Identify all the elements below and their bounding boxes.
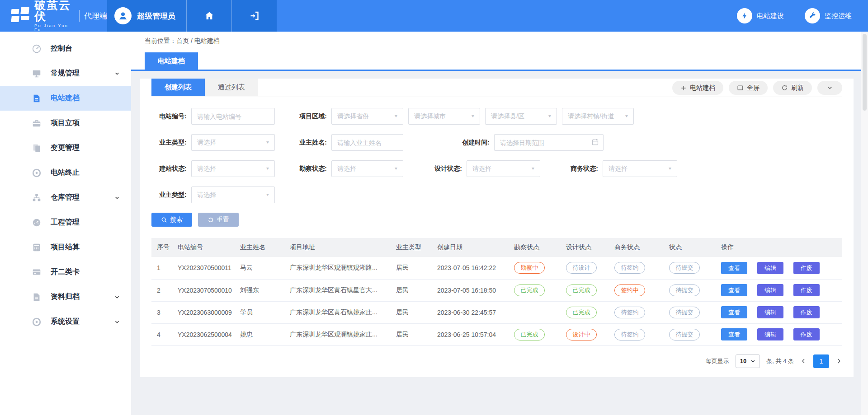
chevron-right-icon [835,358,842,364]
void-button[interactable]: 作废 [793,262,820,274]
prev-page-button[interactable] [800,358,807,364]
create-station-button[interactable]: 电站建档 [672,81,723,95]
city-select[interactable]: 请选择城市▼ [408,108,480,125]
panel-actions: 电站建档 全屏 刷新 [672,79,842,95]
home-icon [204,10,215,21]
sidebar-item-station-termination[interactable]: 电站终止 [0,160,131,185]
sidebar-item-label: 开二类卡 [51,267,80,277]
col-header: 创建日期 [432,238,509,257]
survey-status-select[interactable]: 请选择▼ [331,160,403,177]
chevron-down-icon [114,294,120,300]
sidebar-item-station-archive[interactable]: 电站建档 [0,86,131,111]
sidebar-item-change-mgmt[interactable]: 变更管理 [0,135,131,160]
col-header: 商务状态 [609,238,664,257]
breadcrumb-text: 当前位置：首页 / 电站建档 [145,37,220,45]
business-status-select[interactable]: 请选择▼ [603,160,677,177]
nav-monitor-ops[interactable]: 监控运维 [805,8,852,23]
logo-subtitle: Po Jian Yun Fu [34,24,74,32]
tab-passed-list[interactable]: 通过列表 [205,79,258,96]
sitemap-icon [32,193,42,203]
survey-status-empty [509,301,561,323]
search-button[interactable]: 搜索 [151,213,192,227]
nav-label: 电站建设 [757,12,784,20]
fullscreen-icon [737,84,744,91]
owner-name-label: 业主姓名: [292,139,331,147]
view-button[interactable]: 查看 [721,306,747,318]
owner-type-select[interactable]: 请选择▼ [191,134,275,151]
design-status-badge: 已完成 [566,284,597,296]
owner-type2-select[interactable]: 请选择▼ [191,187,275,203]
panel-header: 创建列表 通过列表 电站建档 全屏 刷新 [151,79,842,97]
table-row: 2 YX2023070500010 刘强东 广东深圳龙华区黄石镇星官大... 居… [151,279,842,301]
portal-label: 代理端 [84,11,107,21]
station-code-input[interactable] [191,108,275,125]
calendar-icon [591,138,599,148]
page-number-button[interactable]: 1 [813,354,829,368]
bolt-icon [737,8,752,23]
view-button[interactable]: 查看 [721,284,747,296]
nav-station-build[interactable]: 电站建设 [737,8,784,23]
col-header: 业主姓名 [235,238,284,257]
edit-button[interactable]: 编辑 [757,306,783,318]
tab-create-list[interactable]: 创建列表 [151,79,205,96]
per-page-label: 每页显示 [706,357,729,365]
reset-button[interactable]: 重置 [198,213,239,227]
void-button[interactable]: 作废 [793,306,820,318]
per-page-select[interactable]: 10 [736,354,760,368]
survey-status-badge: 已完成 [514,284,545,296]
design-status-select[interactable]: 请选择▼ [467,160,540,177]
sidebar-item-system-settings[interactable]: 系统设置 [0,309,131,334]
scrollbar-thumb[interactable] [863,34,867,111]
sidebar-item-project-settlement[interactable]: 项目结算 [0,235,131,260]
user-icon [118,10,128,21]
sidebar-item-label: 项目结算 [51,242,80,252]
scrollbar[interactable] [861,32,868,415]
sidebar-item-project-initiation[interactable]: 项目立项 [0,111,131,135]
county-select[interactable]: 请选择县/区▼ [485,108,557,125]
sidebar-item-data-archive[interactable]: 资料归档 [0,284,131,309]
sidebar-item-label: 工程管理 [51,218,80,227]
archive-icon [32,292,42,302]
status-badge: 待提交 [669,307,700,318]
edit-button[interactable]: 编辑 [757,262,783,274]
void-button[interactable]: 作废 [793,328,820,340]
page-tab-station-archive[interactable]: 电站建档 [145,52,198,70]
fullscreen-button[interactable]: 全屏 [729,81,768,95]
breadcrumb: 当前位置：首页 / 电站建档 [131,32,868,51]
table-header-row: 序号 电站编号 业主姓名 项目地址 业主类型 创建日期 勘察状态 设计状态 商务… [151,238,842,257]
province-select[interactable]: 请选择省份▼ [331,108,403,125]
business-status-badge: 签约中 [614,284,645,296]
caret-down-icon: ▼ [394,114,398,118]
caret-down-icon: ▼ [668,167,672,171]
owner-name-input[interactable] [331,134,403,151]
files-icon [32,143,42,153]
owner-type2-label: 业主类型: [151,191,191,199]
build-status-select[interactable]: 请选择▼ [191,160,275,177]
refresh-icon [781,84,788,91]
sidebar-item-general-mgmt[interactable]: 常规管理 [0,61,131,86]
collapse-button[interactable] [817,81,842,95]
town-select[interactable]: 请选择村镇/街道▼ [562,108,634,125]
avatar [114,7,132,24]
refresh-button[interactable]: 刷新 [773,81,812,95]
design-status-badge: 设计中 [566,329,597,340]
col-header: 操作 [716,238,842,257]
table-row: 4 YX2023062500004 姚忠 广东深圳龙华区观澜镇姚家庄... 居民… [151,323,842,345]
logout-button[interactable] [231,0,277,32]
col-header: 序号 [151,238,172,257]
create-time-range-input[interactable] [494,134,604,151]
view-button[interactable]: 查看 [721,262,747,274]
next-page-button[interactable] [835,358,842,364]
home-button[interactable] [186,0,231,32]
sidebar: 控制台 常规管理 电站建档 项目立项 变更 [0,32,131,415]
sidebar-item-console[interactable]: 控制台 [0,36,131,61]
void-button[interactable]: 作废 [793,284,820,296]
edit-button[interactable]: 编辑 [757,284,783,296]
sidebar-item-open-card[interactable]: 开二类卡 [0,260,131,284]
sidebar-item-engineering-mgmt[interactable]: 工程管理 [0,210,131,235]
view-button[interactable]: 查看 [721,328,747,340]
caret-down-icon: ▼ [471,114,475,118]
user-menu[interactable]: 超级管理员 [107,0,186,32]
edit-button[interactable]: 编辑 [757,328,783,340]
sidebar-item-warehouse-mgmt[interactable]: 仓库管理 [0,185,131,210]
